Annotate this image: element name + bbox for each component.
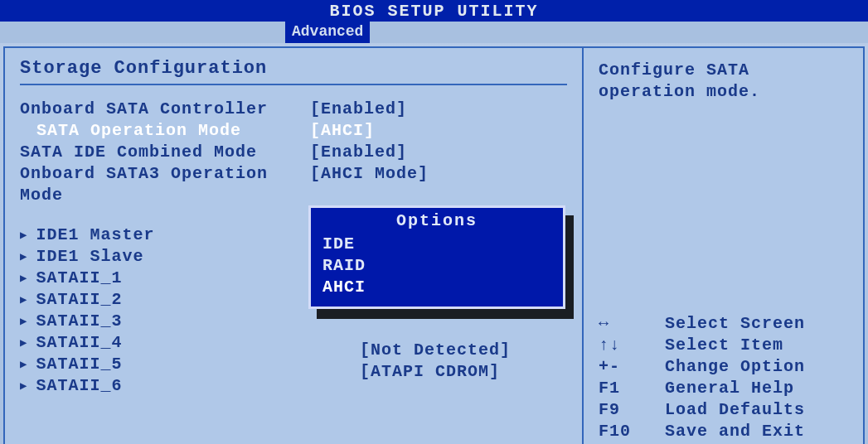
main-area: Storage Configuration Onboard SATA Contr…: [0, 43, 868, 444]
key-sym: F9: [599, 399, 665, 421]
device-label: IDE1 Master: [36, 224, 309, 246]
submenu-arrow-icon: ▶: [20, 289, 27, 311]
key-sym: ↑↓: [599, 335, 665, 356]
help-text: Configure SATA operation mode.: [599, 60, 848, 103]
key-desc: Load Defaults: [665, 399, 805, 421]
submenu-arrow-icon: ▶: [20, 224, 27, 246]
submenu-arrow-icon: ▶: [20, 246, 27, 268]
left-panel: Storage Configuration Onboard SATA Contr…: [3, 46, 584, 444]
key-change-option: +- Change Option: [599, 356, 848, 378]
options-popup-title: Options: [311, 208, 563, 234]
help-line: Configure SATA: [599, 60, 848, 81]
key-sym: +-: [599, 356, 665, 378]
options-popup: Options IDE RAID AHCI: [308, 205, 565, 309]
title-bar: BIOS SETUP UTILITY: [0, 0, 868, 22]
submenu-arrow-icon: ▶: [20, 375, 27, 397]
setting-value: [Enabled]: [310, 142, 407, 163]
device-label: SATAII_2: [36, 289, 309, 311]
submenu-arrow-icon: ▶: [20, 332, 27, 354]
section-title: Storage Configuration: [20, 58, 567, 79]
key-desc: Change Option: [665, 356, 805, 378]
setting-onboard-sata[interactable]: Onboard SATA Controller [Enabled]: [20, 99, 567, 120]
setting-label: Onboard SATA3 Operation Mode: [20, 163, 310, 206]
tab-bar: Advanced: [0, 22, 868, 43]
key-general-help: F1 General Help: [599, 378, 848, 399]
submenu-arrow-icon: ▶: [20, 354, 27, 375]
bios-screen: BIOS SETUP UTILITY Advanced Storage Conf…: [0, 0, 868, 444]
device-sataii-3[interactable]: ▶ SATAII_3: [20, 311, 567, 332]
device-label: SATAII_3: [36, 311, 309, 332]
device-label: IDE1 Slave: [36, 246, 309, 268]
key-load-defaults: F9 Load Defaults: [599, 399, 848, 421]
option-ide[interactable]: IDE: [311, 234, 563, 255]
device-value: [ATAPI CDROM]: [360, 361, 511, 383]
setting-label: SATA Operation Mode: [20, 120, 310, 142]
key-sym: F1: [599, 378, 665, 399]
setting-sata-operation-mode[interactable]: SATA Operation Mode [AHCI]: [20, 120, 567, 142]
help-line: operation mode.: [599, 81, 848, 103]
setting-label: SATA IDE Combined Mode: [20, 142, 310, 163]
key-legend: ↔ Select Screen ↑↓ Select Item +- Change…: [599, 313, 848, 442]
tab-advanced[interactable]: Advanced: [285, 22, 370, 43]
key-desc: Select Screen: [665, 313, 805, 335]
bios-title: BIOS SETUP UTILITY: [329, 2, 538, 21]
device-label: SATAII_4: [36, 332, 309, 354]
submenu-arrow-icon: ▶: [20, 268, 27, 289]
setting-sata-ide-combined[interactable]: SATA IDE Combined Mode [Enabled]: [20, 142, 567, 163]
setting-onboard-sata3[interactable]: Onboard SATA3 Operation Mode [AHCI Mode]: [20, 163, 567, 206]
section-divider: [20, 84, 567, 85]
key-sym: ↔: [599, 313, 665, 335]
device-label: SATAII_1: [36, 268, 309, 289]
device-label: SATAII_6: [36, 375, 309, 397]
device-label: SATAII_5: [36, 354, 309, 375]
setting-value: [AHCI]: [310, 120, 375, 142]
setting-label: Onboard SATA Controller: [20, 99, 310, 120]
device-value: [Not Detected]: [360, 340, 511, 361]
key-desc: Select Item: [665, 335, 783, 356]
key-desc: General Help: [665, 378, 794, 399]
setting-value: [Enabled]: [310, 99, 407, 120]
visible-device-values: [Not Detected] [ATAPI CDROM]: [360, 340, 511, 383]
right-panel: Configure SATA operation mode. ↔ Select …: [584, 46, 865, 444]
key-save-exit: F10 Save and Exit: [599, 421, 848, 442]
key-select-item: ↑↓ Select Item: [599, 335, 848, 356]
option-ahci[interactable]: AHCI: [311, 277, 563, 298]
key-select-screen: ↔ Select Screen: [599, 313, 848, 335]
submenu-arrow-icon: ▶: [20, 311, 27, 332]
option-raid[interactable]: RAID: [311, 255, 563, 277]
setting-value: [AHCI Mode]: [310, 163, 429, 206]
tab-label: Advanced: [292, 23, 363, 40]
key-sym: F10: [599, 421, 665, 442]
key-desc: Save and Exit: [665, 421, 805, 442]
